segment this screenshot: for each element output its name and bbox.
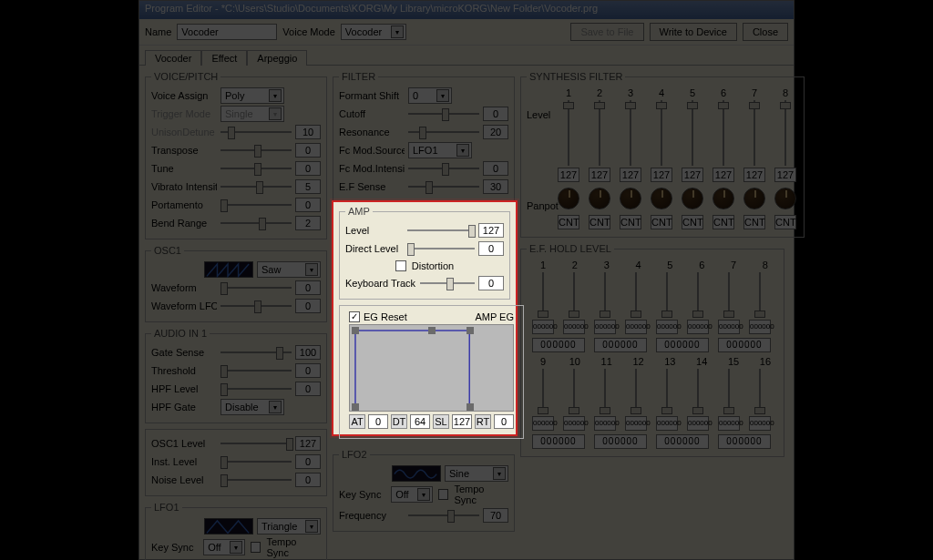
amp-level-slider[interactable] [407,223,475,238]
amp-level-value[interactable]: 127 [478,223,504,238]
amp-eg-graph[interactable] [349,324,514,412]
portamento-value[interactable]: 0 [295,198,321,212]
ef-pair-value[interactable]: 000000 [656,434,709,449]
ef-pair-value[interactable]: 000000 [594,338,647,352]
osc1-waveform-lfo-value[interactable]: 0 [295,299,321,313]
ef-level-value[interactable]: 000000 [687,320,709,334]
ef-pair-value[interactable]: 000000 [718,434,771,449]
eg-reset-checkbox[interactable]: ✓ [349,311,360,322]
voice-assign-select[interactable]: Poly▾ [220,87,284,104]
fc-mod-int-slider[interactable] [408,161,479,176]
synth-panpot-knob[interactable] [774,188,796,209]
eg-handle[interactable] [466,403,474,411]
synth-panpot-value[interactable]: CNT [620,215,641,229]
ef-level-value[interactable]: 000000 [625,416,647,431]
lfo1-tempo-sync-checkbox[interactable] [251,542,261,553]
synth-panpot-knob[interactable] [682,188,703,209]
ef-level-value[interactable]: 000000 [749,320,771,334]
ef-level-slider[interactable] [749,369,771,414]
synth-panpot-value[interactable]: CNT [651,215,672,229]
close-button[interactable]: Close [743,23,788,41]
lfo2-wave-select[interactable]: Sine▾ [445,465,508,482]
synth-level-value[interactable]: 127 [589,168,610,182]
amp-kbd-track-slider[interactable] [420,276,475,290]
cutoff-slider[interactable] [408,107,479,121]
ef-level-value[interactable]: 000000 [656,416,678,431]
synth-level-slider[interactable] [620,100,641,166]
vibrato-slider[interactable] [220,179,292,194]
synth-panpot-knob[interactable] [558,188,579,209]
synth-level-value[interactable]: 127 [558,168,579,182]
synth-panpot-knob[interactable] [743,188,765,209]
synth-panpot-knob[interactable] [651,188,672,209]
eg-handle[interactable] [428,327,436,334]
portamento-slider[interactable] [220,198,292,212]
amp-distortion-checkbox[interactable] [395,260,406,271]
ef-level-slider[interactable] [532,272,554,318]
tab-arpeggio[interactable]: Arpeggio [247,50,307,66]
ef-level-value[interactable]: 000000 [594,416,616,431]
ef-level-slider[interactable] [687,369,709,414]
osc1-wave-select[interactable]: Saw▾ [257,261,321,278]
synth-level-value[interactable]: 127 [774,168,796,182]
ef-pair-value[interactable]: 000000 [532,338,585,352]
synth-level-value[interactable]: 127 [713,168,734,182]
eg-sl-value[interactable]: 127 [452,414,472,429]
ef-level-value[interactable]: 000000 [532,320,554,334]
inst-level-slider[interactable] [220,454,292,469]
eg-rt-value[interactable]: 0 [494,414,514,429]
ef-pair-value[interactable]: 000000 [532,434,585,449]
voice-mode-select[interactable]: Vocoder ▾ [341,24,406,40]
bend-range-slider[interactable] [220,216,292,230]
ef-level-slider[interactable] [594,272,616,318]
hpf-gate-select[interactable]: Disable▾ [220,399,284,415]
ef-level-slider[interactable] [656,369,678,414]
amp-direct-level-value[interactable]: 0 [478,241,504,256]
synth-level-value[interactable]: 127 [620,168,641,182]
ef-level-slider[interactable] [532,369,554,414]
synth-level-slider[interactable] [682,100,703,166]
gate-sense-value[interactable]: 100 [295,345,321,360]
ef-level-value[interactable]: 000000 [749,416,771,431]
eg-dt-value[interactable]: 64 [410,414,430,429]
synth-level-slider[interactable] [713,100,734,166]
ef-pair-value[interactable]: 000000 [594,434,647,449]
ef-level-slider[interactable] [594,369,616,414]
synth-level-value[interactable]: 127 [651,168,672,182]
transpose-value[interactable]: 0 [295,143,321,158]
lfo1-key-sync-select[interactable]: Off▾ [203,539,244,555]
synth-panpot-value[interactable]: CNT [713,215,734,229]
lfo2-frequency-slider[interactable] [408,508,479,523]
ef-level-value[interactable]: 000000 [718,320,740,334]
lfo1-wave-select[interactable]: Triangle▾ [257,518,321,535]
fc-mod-source-select[interactable]: LFO1▾ [408,142,472,158]
noise-level-slider[interactable] [220,473,292,487]
hpf-level-slider[interactable] [220,382,292,396]
synth-panpot-value[interactable]: CNT [558,215,579,229]
synth-panpot-knob[interactable] [620,188,641,209]
gate-sense-slider[interactable] [220,345,292,360]
tune-slider[interactable] [220,161,292,176]
amp-direct-level-slider[interactable] [407,241,475,256]
eg-at-value[interactable]: 0 [368,414,388,429]
ef-level-value[interactable]: 000000 [532,416,554,431]
tab-effect[interactable]: Effect [201,50,247,66]
hpf-level-value[interactable]: 0 [295,382,321,396]
threshold-slider[interactable] [220,363,292,378]
name-input[interactable] [177,24,277,40]
synth-level-slider[interactable] [589,100,610,166]
noise-level-value[interactable]: 0 [295,473,321,487]
eg-handle[interactable] [352,327,359,334]
resonance-slider[interactable] [408,125,479,139]
lfo2-frequency-value[interactable]: 70 [483,508,508,523]
tab-vocoder[interactable]: Vocoder [145,50,201,66]
threshold-value[interactable]: 0 [295,363,321,378]
osc1-waveform-slider[interactable] [220,280,292,295]
synth-panpot-knob[interactable] [713,188,734,209]
ef-level-value[interactable]: 000000 [563,416,585,431]
ef-level-slider[interactable] [563,272,585,318]
osc1-waveform-value[interactable]: 0 [295,280,321,295]
vibrato-value[interactable]: 5 [295,179,321,194]
synth-panpot-value[interactable]: CNT [589,215,610,229]
osc1-level-slider[interactable] [220,436,292,451]
